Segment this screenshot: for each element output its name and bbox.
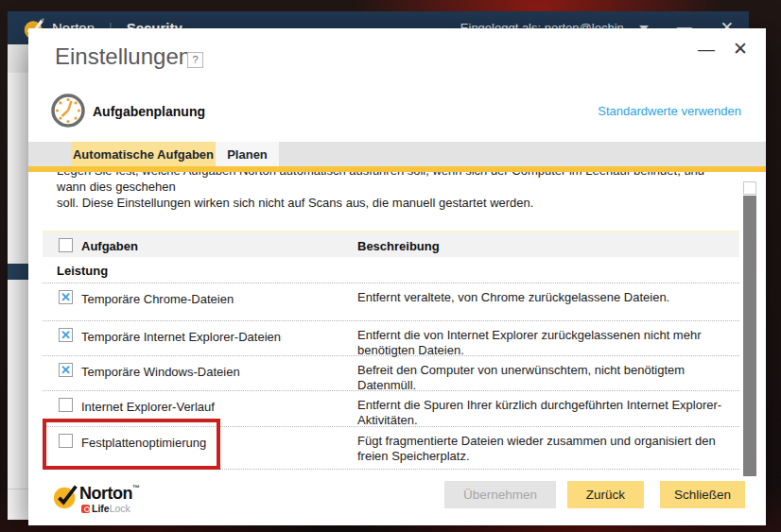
- tab-bar: Automatische Aufgaben Planen: [28, 142, 766, 166]
- table-row: Temporäre Internet Explorer-Dateien Entf…: [43, 321, 739, 356]
- row-description: Entfernt die Spuren Ihrer kürzlich durch…: [357, 398, 726, 427]
- table-row: Temporäre Windows-Dateien Befreit den Co…: [43, 356, 739, 391]
- column-header-tasks: Aufgaben: [81, 239, 138, 253]
- group-row-leistung: Leistung: [43, 257, 739, 283]
- intro-line-visible: soll. Diese Einstellungen wirken sich ni…: [57, 195, 733, 211]
- row-checkbox[interactable]: [59, 328, 73, 342]
- background-divider: [8, 489, 28, 489]
- table-header: Aufgaben Beschreibung: [43, 231, 739, 257]
- row-label: Temporäre Windows-Dateien: [81, 365, 240, 379]
- clock-icon: [49, 92, 87, 129]
- help-icon[interactable]: ?: [187, 52, 203, 68]
- tab-automatische-aufgaben[interactable]: Automatische Aufgaben: [71, 142, 216, 166]
- scrollbar-thumb[interactable]: [743, 196, 756, 476]
- restore-defaults-link[interactable]: Standardwerte verwenden: [598, 104, 741, 118]
- table-row: Festplattenoptimierung Fügt fragmentiert…: [43, 427, 739, 470]
- row-label: Temporäre Internet Explorer-Dateien: [81, 330, 281, 344]
- table-row: Temporäre Chrome-Dateien Entfernt veralt…: [43, 283, 739, 321]
- close-button[interactable]: Schließen: [660, 481, 745, 508]
- background-banner-strip: [8, 264, 28, 280]
- row-label: Internet Explorer-Verlauf: [81, 400, 215, 414]
- section-title: Aufgabenplanung: [93, 104, 205, 119]
- row-description: Entfernt veraltete, von Chrome zurückgel…: [357, 290, 726, 305]
- table-row: Internet Explorer-Verlauf Entfernt die S…: [43, 391, 739, 427]
- group-label: Leistung: [57, 264, 108, 278]
- scrollbar-up-button[interactable]: [743, 181, 756, 195]
- apply-button[interactable]: Übernehmen: [444, 481, 556, 508]
- background-window-edge: [8, 44, 28, 520]
- row-description: Befreit den Computer von unerwünschtem, …: [357, 363, 726, 392]
- dialog-close-icon[interactable]: ✕: [730, 38, 751, 59]
- column-header-description: Beschreibung: [357, 239, 440, 253]
- row-description: Fügt fragmentierte Dateien wieder zusamm…: [357, 434, 726, 463]
- lifelock-text: Life Lock: [81, 503, 130, 514]
- dialog-title: Einstellungen: [55, 43, 191, 70]
- scroll-content: Legen Sie fest, welche Aufgaben Norton a…: [28, 172, 766, 477]
- row-label: Temporäre Chrome-Dateien: [81, 292, 234, 306]
- settings-dialog: Einstellungen ? — ✕ Aufgabenplanung Stan…: [28, 28, 766, 525]
- row-checkbox[interactable]: [59, 434, 73, 448]
- row-checkbox[interactable]: [59, 363, 73, 377]
- tab-planen[interactable]: Planen: [216, 142, 279, 166]
- intro-text: Legen Sie fest, welche Aufgaben Norton a…: [57, 172, 733, 211]
- norton-check-icon: [52, 481, 80, 511]
- row-label: Festplattenoptimierung: [81, 436, 206, 450]
- lifelock-icon: [81, 505, 90, 513]
- logo-brand-text: Norton™: [79, 484, 139, 504]
- row-description: Entfernt die von Internet Explorer zurüc…: [357, 328, 726, 357]
- select-all-checkbox[interactable]: [59, 238, 73, 252]
- back-button[interactable]: Zurück: [567, 481, 644, 508]
- dialog-minimize-icon[interactable]: —: [696, 40, 717, 59]
- norton-lifelock-logo: Norton™ Life Lock: [52, 481, 175, 521]
- intro-line-clipped: Legen Sie fest, welche Aufgaben Norton a…: [57, 172, 733, 195]
- screen: Norton | Security Eingeloggt als: norton…: [0, 0, 781, 532]
- row-checkbox[interactable]: [59, 290, 73, 304]
- row-checkbox[interactable]: [59, 398, 73, 412]
- background-menu-strip: [8, 44, 28, 73]
